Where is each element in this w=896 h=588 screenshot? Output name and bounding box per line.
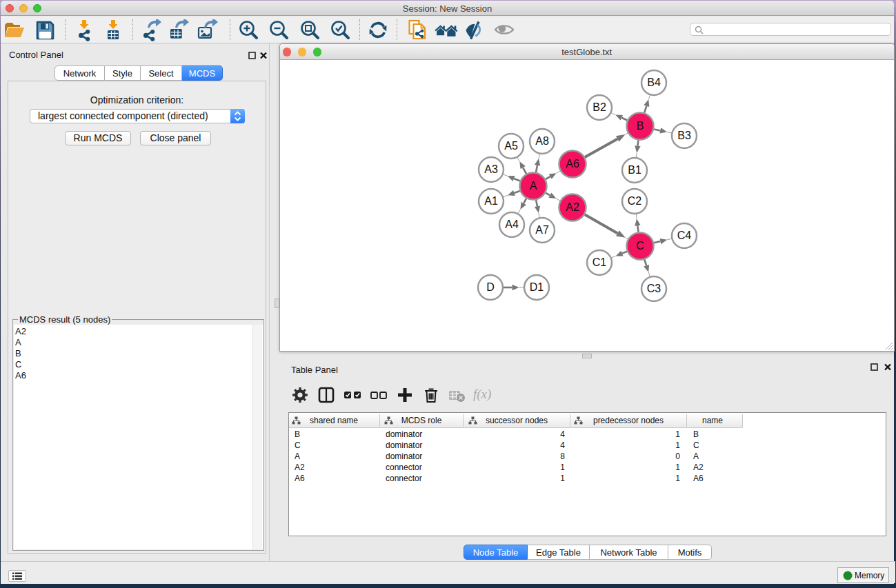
svg-text:B1: B1 — [628, 164, 641, 176]
svg-text:B4: B4 — [647, 77, 661, 88]
svg-text:C4: C4 — [677, 230, 692, 241]
svg-text:D1: D1 — [530, 281, 544, 293]
svg-text:C3: C3 — [647, 283, 661, 294]
svg-text:A8: A8 — [535, 135, 549, 147]
svg-text:C1: C1 — [593, 256, 607, 268]
svg-text:C: C — [636, 240, 644, 252]
svg-text:A: A — [530, 180, 537, 192]
svg-text:A4: A4 — [505, 219, 519, 230]
svg-text:B2: B2 — [593, 101, 606, 113]
svg-text:B3: B3 — [677, 130, 691, 141]
svg-text:A6: A6 — [566, 158, 579, 170]
svg-text:D: D — [486, 281, 495, 293]
svg-text:B: B — [637, 120, 644, 132]
svg-text:A1: A1 — [484, 195, 498, 207]
svg-text:A7: A7 — [535, 224, 549, 236]
svg-text:A5: A5 — [504, 140, 518, 152]
svg-text:C2: C2 — [628, 195, 642, 207]
svg-text:A3: A3 — [484, 163, 498, 175]
svg-text:A2: A2 — [566, 201, 579, 213]
